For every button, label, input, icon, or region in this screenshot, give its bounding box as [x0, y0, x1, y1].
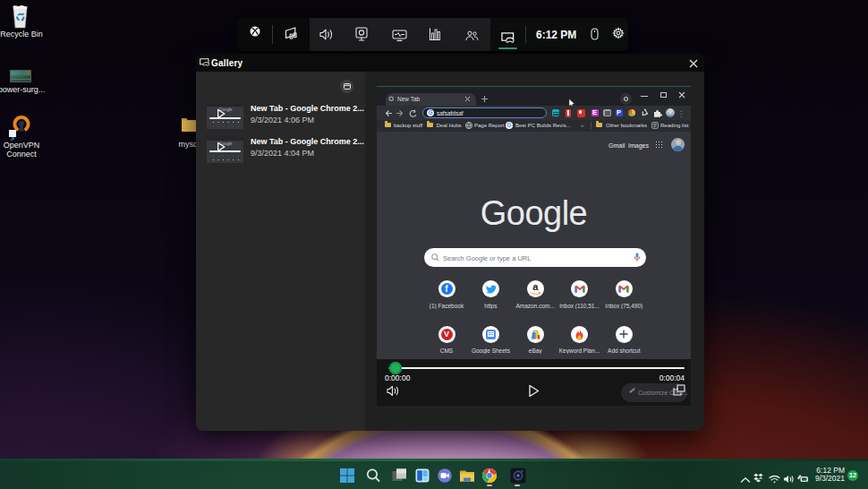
svg-text:G: G [428, 109, 432, 116]
svg-text:G: G [506, 122, 511, 128]
